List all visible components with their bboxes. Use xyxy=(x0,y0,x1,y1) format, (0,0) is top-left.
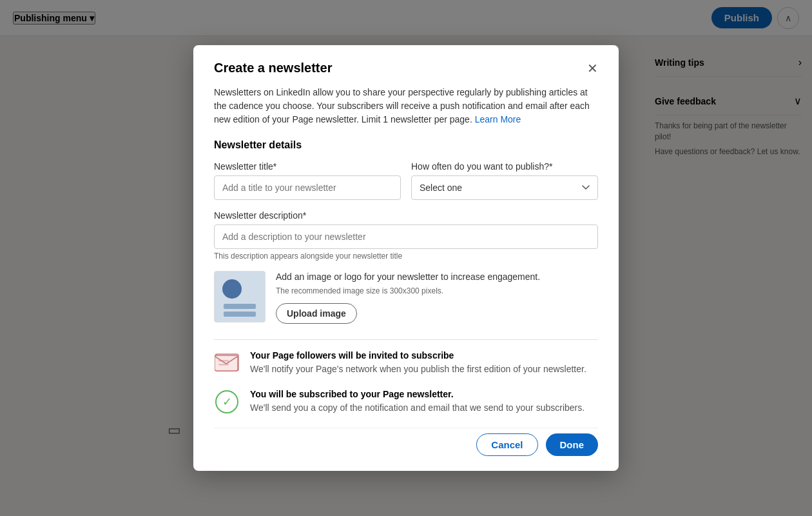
newsletter-details-heading: Newsletter details xyxy=(214,139,598,151)
info-item1-desc: We'll notify your Page's network when yo… xyxy=(250,363,586,376)
info-item-followers: Your Page followers will be invited to s… xyxy=(214,350,598,376)
section-divider xyxy=(214,339,598,340)
preview-line1 xyxy=(224,304,256,309)
modal-intro-text: Newsletters on LinkedIn allow you to sha… xyxy=(214,86,598,126)
image-upload-text: Add an image or logo for your newsletter… xyxy=(276,271,598,284)
svg-rect-5 xyxy=(218,364,229,366)
check-circle-icon-container: ✓ xyxy=(214,389,240,415)
preview-circle xyxy=(222,279,242,299)
newsletter-title-group: Newsletter title* xyxy=(214,161,401,200)
modal-close-button[interactable]: ✕ xyxy=(587,62,598,75)
image-upload-hint: The recommended image size is 300x300 pi… xyxy=(276,286,598,295)
modal-header: Create a newsletter ✕ xyxy=(214,61,598,75)
newsletter-description-label: Newsletter description* xyxy=(214,210,598,221)
envelope-icon-container xyxy=(214,350,240,376)
publish-frequency-label: How often do you want to publish?* xyxy=(411,161,598,172)
image-upload-section: Add an image or logo for your newsletter… xyxy=(214,271,598,324)
modal-overlay: Create a newsletter ✕ Newsletters on Lin… xyxy=(0,0,812,516)
newsletter-description-hint: This description appears alongside your … xyxy=(214,252,598,261)
info-item1-title: Your Page followers will be invited to s… xyxy=(250,350,586,361)
info-item-subscribed: ✓ You will be subscribed to your Page ne… xyxy=(214,389,598,415)
image-preview-inner xyxy=(215,272,265,322)
create-newsletter-modal: Create a newsletter ✕ Newsletters on Lin… xyxy=(193,45,619,471)
check-circle-icon: ✓ xyxy=(215,390,238,413)
svg-rect-4 xyxy=(218,360,229,362)
cancel-button[interactable]: Cancel xyxy=(476,433,537,456)
learn-more-link[interactable]: Learn More xyxy=(475,114,521,124)
publish-frequency-group: How often do you want to publish?* Selec… xyxy=(411,161,598,200)
image-upload-info: Add an image or logo for your newsletter… xyxy=(276,271,598,324)
newsletter-title-label: Newsletter title* xyxy=(214,161,401,172)
modal-title: Create a newsletter xyxy=(214,61,332,75)
envelope-icon xyxy=(215,353,239,373)
newsletter-description-input[interactable] xyxy=(214,224,598,249)
info-text-subscribed: You will be subscribed to your Page news… xyxy=(250,389,585,415)
done-button[interactable]: Done xyxy=(546,433,599,456)
svg-rect-1 xyxy=(215,355,238,371)
modal-footer: Cancel Done xyxy=(214,428,598,456)
preview-line2 xyxy=(224,312,256,317)
info-item2-desc: We'll send you a copy of the notificatio… xyxy=(250,402,585,415)
upload-image-button[interactable]: Upload image xyxy=(276,303,357,324)
publish-frequency-select[interactable]: Select one Daily Weekly Monthly xyxy=(411,175,598,200)
newsletter-description-group: Newsletter description* xyxy=(214,210,598,249)
image-preview xyxy=(214,271,266,322)
form-row-title-frequency: Newsletter title* How often do you want … xyxy=(214,161,598,200)
info-item2-title: You will be subscribed to your Page news… xyxy=(250,389,585,399)
newsletter-title-input[interactable] xyxy=(214,175,401,200)
info-text-followers: Your Page followers will be invited to s… xyxy=(250,350,586,376)
